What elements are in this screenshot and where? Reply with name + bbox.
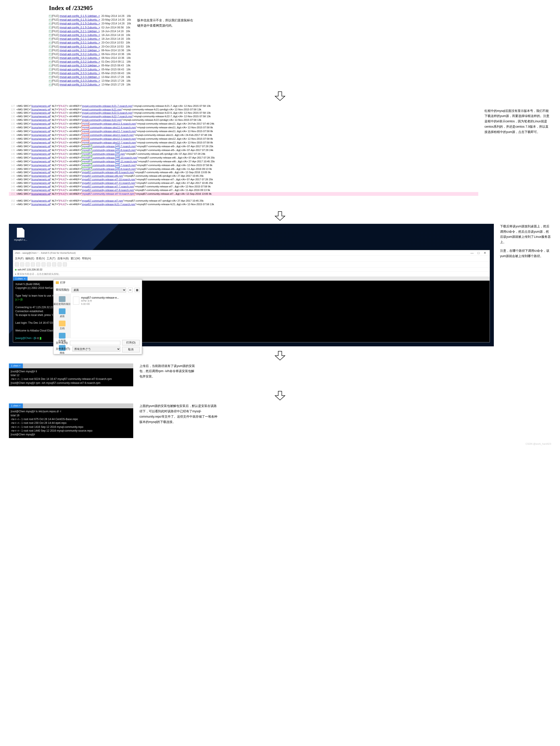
menu-item[interactable]: 查看(V) xyxy=(36,257,45,260)
folder-icon xyxy=(56,281,59,284)
file-icon xyxy=(49,84,51,86)
filetype-select[interactable]: 所有文件 (*.*) xyxy=(73,347,120,351)
toolbar-button[interactable] xyxy=(63,262,67,266)
file-link[interactable]: mysql-apt-config_0.3.3-2ubuntu..> xyxy=(59,79,100,82)
address-bar[interactable]: ssh://47.115.228.32:22 xyxy=(13,267,489,272)
file-icon xyxy=(49,76,51,78)
toolbar xyxy=(13,262,489,267)
file-icon xyxy=(49,57,51,59)
down-arrow-icon xyxy=(9,211,551,222)
close-tab-icon[interactable]: × xyxy=(24,277,25,280)
file-item[interactable]: mysql57-community-release-e... RPM 文件 9.… xyxy=(73,296,140,305)
file-icon xyxy=(17,228,24,237)
file-icon xyxy=(49,65,51,67)
toolbar-button[interactable] xyxy=(15,262,19,266)
file-link[interactable]: mysql-apt-config_0.3.3-1ubuntu..> xyxy=(59,72,100,75)
file-icon xyxy=(49,19,51,21)
toolbar-button[interactable] xyxy=(20,262,24,266)
toolbar-button[interactable] xyxy=(52,262,56,266)
minimize-button[interactable]: — xyxy=(469,251,475,255)
file-link[interactable]: mysql-apt-config_0.1.5-1ubuntu..> xyxy=(59,18,100,21)
dialog-file-list[interactable]: mysql57-community-release-e... RPM 文件 9.… xyxy=(71,294,142,338)
page-title: Index of /232905 xyxy=(49,4,131,11)
file-icon xyxy=(49,42,51,44)
file-icon xyxy=(49,26,51,29)
dialog-sidebar: 最近使用的项目桌面文档此电脑网络 xyxy=(54,294,71,338)
menu-item[interactable]: 选项卡(B) xyxy=(57,257,69,260)
terminal-block: 1 chen × [root@Chen mysql]# lltotal 12-r… xyxy=(9,364,133,386)
file-link[interactable]: mysql-apt-config_0.3.3-2ubuntu..> xyxy=(59,83,100,86)
file-label: mysql57-c... xyxy=(13,238,28,241)
file-index-list: [FILE] mysql-apt-config_0.1.5-1debian..>… xyxy=(49,14,131,87)
annotation-text: 下载后将该yum源放到桌面上，然后调用rz命令，然后点击该yum源，然后该yum… xyxy=(500,224,551,245)
file-size: 9.00 KB xyxy=(81,303,119,305)
toolbar-button[interactable] xyxy=(57,262,61,266)
cancel-button[interactable]: 取消 xyxy=(122,347,140,352)
session-tab[interactable]: 1 chen × xyxy=(9,364,23,368)
menu-item[interactable]: 窗口(W) xyxy=(71,257,80,260)
session-tab[interactable]: 1 chen × xyxy=(9,403,23,408)
html-source-view: 127<IMG SRC="/icons/generic.gif" ALT="[F… xyxy=(9,104,478,207)
open-button[interactable]: 打开(O) xyxy=(122,340,140,345)
sidebar-item[interactable]: 桌面 xyxy=(59,308,65,318)
menu-item[interactable]: 文件(F) xyxy=(15,257,24,260)
file-link[interactable]: mysql-apt-config_0.3.2-1ubuntu..> xyxy=(59,60,100,63)
nav-button[interactable]: ⇐ xyxy=(128,288,133,292)
window-title: chen - wang@Chen:~ - Xshell 5 (Free for … xyxy=(15,252,76,254)
file-link[interactable]: mysql-apt-config_0.3.2-1debian..> xyxy=(59,49,100,52)
file-type: RPM 文件 xyxy=(81,299,119,303)
hint-bar: ● 要添加当前会话，点击左侧的箭头按钮。 xyxy=(13,272,489,277)
status-dot-icon xyxy=(15,269,17,271)
sidebar-item[interactable]: 文档 xyxy=(59,321,65,330)
filetype-label: 文件类型(T): xyxy=(56,347,71,351)
toolbar-button[interactable] xyxy=(31,262,35,266)
file-link[interactable]: mysql-apt-config_0.3.2-1ubuntu..> xyxy=(59,53,100,56)
desktop-file-icon[interactable]: mysql57-c... xyxy=(13,228,28,241)
file-link[interactable]: mysql-apt-config_0.1.5-1debian..> xyxy=(59,15,100,18)
terminal[interactable]: [root@Chen mysql]# lltotal 12-rw-r--r-- … xyxy=(9,368,133,386)
file-icon xyxy=(73,297,79,305)
sidebar-item[interactable]: 最近使用的项目 xyxy=(54,296,71,306)
toolbar-button[interactable] xyxy=(36,262,40,266)
close-button[interactable]: ✕ xyxy=(482,251,488,255)
menu-item[interactable]: 编辑(E) xyxy=(25,257,34,260)
file-link[interactable]: mysql-apt-config_0.3.3-2debian..> xyxy=(59,76,100,79)
lookin-select[interactable]: 桌面 xyxy=(72,288,126,292)
menu-item[interactable]: 工具(T) xyxy=(47,257,55,260)
toolbar-button[interactable] xyxy=(41,262,46,266)
terminal-block: 1 chen × [root@Chen mysql]# ls /etc/yum.… xyxy=(9,403,133,438)
file-icon xyxy=(49,15,51,17)
menu-item[interactable]: 帮助(H) xyxy=(82,257,91,260)
terminal[interactable]: [root@Chen mysql]# ls /etc/yum.repos.d/ … xyxy=(9,408,133,438)
nav-button[interactable]: ▦ xyxy=(135,288,140,292)
file-icon xyxy=(49,61,51,63)
maximize-button[interactable]: □ xyxy=(476,251,481,255)
file-link[interactable]: mysql-apt-config_0.3.3-1ubuntu..> xyxy=(59,68,100,71)
file-icon xyxy=(49,53,51,56)
file-link[interactable]: mysql-apt-config_0.3.3-1debian..> xyxy=(59,64,100,67)
file-link[interactable]: mysql-apt-config_0.3.1-1ubuntu..> xyxy=(59,41,100,44)
file-link[interactable]: mysql-apt-config_0.3.2-1ubuntu..> xyxy=(59,56,100,59)
down-arrow-icon xyxy=(9,391,551,401)
file-link[interactable]: mysql-apt-config_0.2.1-1ubuntu..> xyxy=(59,33,100,37)
down-arrow-icon xyxy=(9,91,551,102)
watermark: CSDN @work_hard423 xyxy=(9,442,551,445)
annotation-text: 注意，在哪个路径下调用rz命令，该yum源就会被上传到哪个路径。 xyxy=(500,248,551,259)
file-link[interactable]: mysql-apt-config_0.3.1-1ubuntu..> xyxy=(59,45,100,48)
annotation-text: 版本信息显示不全，所以我们直接鼠标右键并选中查看网页源代码。 xyxy=(137,18,195,28)
file-link[interactable]: mysql-apt-config_0.2.1-1ubuntu..> xyxy=(59,37,100,40)
lookin-label: 查找范围(I): xyxy=(56,288,70,292)
file-link[interactable]: mysql-apt-config_0.1.5-2ubuntu..> xyxy=(59,26,100,29)
windows-desktop: mysql57-c... chen - wang@Chen:~ - Xshell… xyxy=(9,224,494,346)
file-icon xyxy=(49,80,51,82)
dialog-title: 打开 xyxy=(60,281,65,285)
toolbar-button[interactable] xyxy=(47,262,51,266)
file-icon xyxy=(49,30,51,33)
toolbar-button[interactable] xyxy=(26,262,30,266)
filename-input[interactable] xyxy=(70,341,120,345)
file-icon xyxy=(49,34,51,36)
session-tab[interactable]: 1 chen× xyxy=(13,277,28,281)
file-link[interactable]: mysql-apt-config_0.2.1-1debian..> xyxy=(59,30,100,33)
file-icon xyxy=(49,38,51,40)
file-link[interactable]: mysql-apt-config_0.1.5-2ubuntu..> xyxy=(59,22,100,25)
